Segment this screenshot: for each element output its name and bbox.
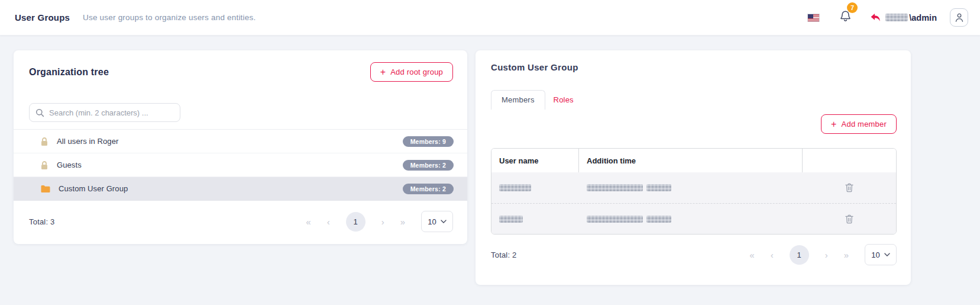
notification-count-badge: 7	[847, 2, 858, 13]
person-icon	[955, 12, 964, 23]
page-size-select[interactable]: 10	[421, 211, 453, 232]
current-page-button[interactable]: 1	[346, 212, 366, 232]
page-size-value: 10	[871, 251, 879, 259]
trash-icon	[845, 214, 853, 224]
tree-row-label: Custom User Group	[59, 184, 128, 193]
tree-search-input[interactable]	[49, 108, 174, 117]
prev-page-button[interactable]: ‹	[771, 250, 774, 260]
tree-row-label: Guests	[57, 160, 82, 169]
first-page-button[interactable]: «	[306, 217, 311, 227]
next-page-button[interactable]: ›	[381, 217, 384, 227]
return-arrow-icon[interactable]	[870, 13, 881, 23]
table-row	[491, 203, 896, 234]
chevron-down-icon	[441, 220, 447, 223]
prev-page-button[interactable]: ‹	[327, 217, 330, 227]
tree-search	[29, 103, 180, 122]
addition-time-redacted	[587, 216, 643, 223]
members-table: User name Addition time	[491, 148, 897, 235]
lock-icon	[40, 160, 48, 170]
last-page-button[interactable]: »	[844, 250, 849, 260]
lock-icon	[40, 137, 48, 146]
custom-user-group-panel: Custom User Group Members Roles + Add me…	[476, 50, 911, 285]
delete-member-button[interactable]	[843, 181, 856, 195]
members-pagination: « ‹ 1 › » 10	[749, 244, 897, 265]
column-header-user-name: User name	[491, 149, 579, 172]
folder-icon	[40, 185, 50, 193]
tab-members[interactable]: Members	[491, 90, 545, 110]
organization-tree-panel: Organization tree + Add root group All u…	[14, 50, 467, 244]
user-profile-button[interactable]	[950, 8, 968, 27]
user-domain-label: \admin	[909, 13, 937, 23]
delete-member-button[interactable]	[843, 212, 856, 226]
username-redacted	[885, 14, 908, 21]
tree-row-all-users[interactable]: All users in Roger Members: 9	[14, 130, 467, 153]
column-header-addition-time: Addition time	[579, 149, 803, 172]
tree-total-label: Total: 3	[29, 217, 55, 226]
notifications-button[interactable]: 7	[840, 10, 851, 25]
add-root-group-label: Add root group	[390, 68, 443, 76]
current-page-button[interactable]: 1	[790, 245, 809, 265]
group-tabs: Members Roles	[491, 90, 897, 110]
top-header: User Groups Use user groups to organize …	[0, 0, 980, 36]
add-member-button[interactable]: + Add member	[821, 114, 897, 134]
tree-row-guests[interactable]: Guests Members: 2	[14, 153, 467, 177]
user-name-redacted	[499, 216, 523, 223]
members-table-header: User name Addition time	[491, 149, 896, 172]
members-total-label: Total: 2	[491, 251, 517, 259]
group-panel-title: Custom User Group	[491, 62, 578, 72]
page-title: User Groups	[15, 12, 70, 23]
addition-time-redacted	[646, 184, 671, 191]
addition-time-redacted	[646, 216, 671, 223]
next-page-button[interactable]: ›	[825, 250, 828, 260]
trash-icon	[845, 183, 853, 192]
last-page-button[interactable]: »	[400, 217, 405, 227]
tab-roles[interactable]: Roles	[545, 91, 582, 110]
chevron-down-icon	[884, 253, 890, 256]
column-header-actions	[803, 149, 896, 172]
tree-pagination: « ‹ 1 › » 10	[306, 211, 453, 232]
page-size-select[interactable]: 10	[865, 244, 897, 265]
add-member-label: Add member	[842, 120, 887, 129]
members-count-badge: Members: 9	[403, 136, 454, 147]
first-page-button[interactable]: «	[749, 250, 754, 260]
page-subtitle: Use user groups to organize users and en…	[83, 13, 255, 22]
addition-time-redacted	[587, 184, 643, 191]
table-row	[491, 172, 896, 203]
members-count-badge: Members: 2	[403, 160, 454, 171]
tree-row-label: All users in Roger	[57, 137, 118, 146]
search-icon	[35, 108, 44, 117]
add-root-group-button[interactable]: + Add root group	[370, 62, 453, 82]
organization-tree-list: All users in Roger Members: 9 Guests Mem…	[14, 129, 467, 201]
language-flag-icon[interactable]	[807, 14, 820, 22]
tree-row-custom-user-group[interactable]: Custom User Group Members: 2	[14, 177, 467, 201]
user-name-redacted	[499, 184, 531, 191]
organization-tree-title: Organization tree	[29, 67, 109, 78]
members-count-badge: Members: 2	[403, 184, 454, 194]
page-size-value: 10	[428, 217, 436, 226]
plus-icon: +	[380, 68, 386, 77]
plus-icon: +	[831, 120, 837, 129]
